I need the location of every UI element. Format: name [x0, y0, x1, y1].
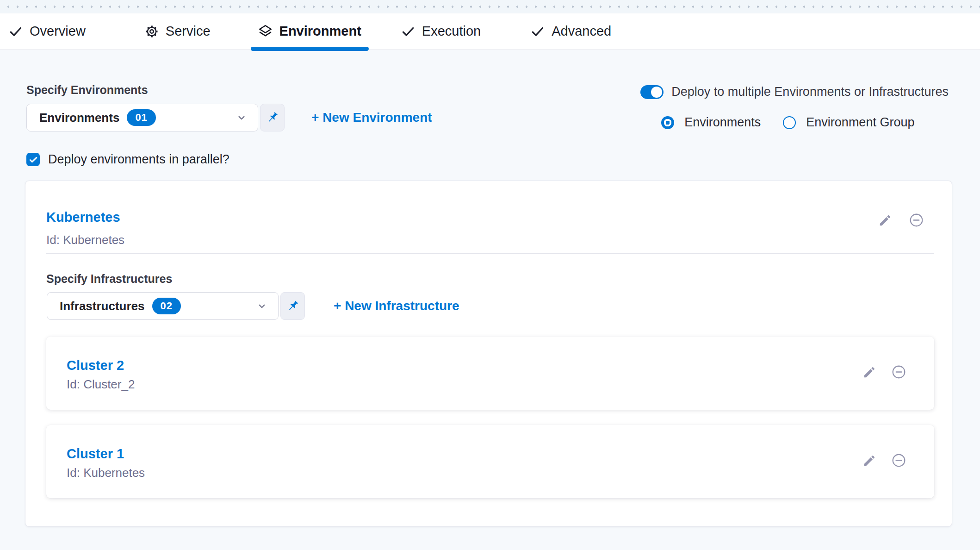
new-infrastructure-link[interactable]: + New Infrastructure — [334, 299, 459, 313]
tab-execution[interactable]: Execution — [399, 13, 483, 49]
tab-label: Service — [166, 24, 211, 39]
environments-dropdown[interactable]: Environments 01 — [26, 104, 258, 131]
edit-environment-button[interactable] — [878, 213, 892, 227]
chevron-down-icon — [236, 112, 248, 124]
new-environment-link[interactable]: + New Environment — [311, 110, 432, 125]
remove-icon — [891, 453, 906, 468]
infrastructures-dropdown[interactable]: Infrastructures 02 — [47, 292, 279, 320]
layers-icon — [258, 24, 273, 38]
environment-name-link[interactable]: Kubernetes — [46, 210, 124, 225]
radio-selected-icon — [661, 116, 674, 129]
remove-infrastructure-button[interactable] — [891, 364, 906, 380]
remove-environment-button[interactable] — [909, 212, 924, 228]
radio-environments-label: Environments — [684, 115, 761, 130]
edit-infrastructure-button[interactable] — [862, 454, 876, 468]
environment-row: Kubernetes Id: Kubernetes — [46, 210, 932, 247]
remove-icon — [891, 364, 906, 380]
check-icon — [401, 25, 415, 38]
deploy-parallel-label: Deploy environments in parallel? — [48, 152, 229, 167]
pin-infrastructures-button[interactable] — [280, 292, 305, 320]
edit-icon — [878, 213, 892, 227]
pin-environments-button[interactable] — [260, 104, 285, 131]
tab-label: Environment — [279, 24, 361, 39]
tab-overview[interactable]: Overview — [7, 13, 87, 49]
environments-count-badge: 01 — [127, 109, 155, 126]
edit-icon — [862, 454, 876, 468]
environment-tab-page: Overview Service Environment Execution A… — [0, 0, 980, 550]
remove-infrastructure-button[interactable] — [891, 453, 906, 468]
remove-icon — [909, 212, 924, 228]
tab-service[interactable]: Service — [143, 13, 212, 49]
toggle-knob — [651, 87, 662, 98]
multi-deploy-toggle-label: Deploy to multiple Environments or Infra… — [671, 85, 949, 99]
tab-label: Execution — [422, 24, 481, 39]
check-icon — [9, 25, 23, 38]
environment-tab-content: Specify Environments Environments 01 — [0, 83, 980, 527]
deploy-parallel-checkbox-row[interactable]: Deploy environments in parallel? — [26, 152, 980, 167]
deploy-parallel-checkbox[interactable] — [26, 153, 40, 166]
multi-deploy-toggle[interactable] — [640, 85, 664, 99]
gear-icon — [145, 25, 159, 38]
pipeline-canvas-dots — [0, 0, 980, 13]
card-divider — [46, 253, 934, 254]
environments-select-group: Environments 01 — [26, 104, 285, 131]
infrastructure-id: Id: Kubernetes — [67, 466, 145, 480]
tab-advanced[interactable]: Advanced — [529, 13, 613, 49]
infrastructure-card: Cluster 1 Id: Kubernetes — [46, 425, 934, 498]
infrastructure-name-link[interactable]: Cluster 1 — [67, 446, 145, 462]
radio-unselected-icon — [783, 116, 796, 129]
active-tab-underline — [251, 47, 369, 51]
tab-environment[interactable]: Environment — [256, 13, 363, 49]
pin-icon — [266, 111, 279, 125]
pin-icon — [286, 299, 300, 313]
radio-environment-group-label: Environment Group — [806, 115, 914, 130]
tab-label: Advanced — [552, 24, 611, 39]
infrastructures-select-group: Infrastructures 02 — [47, 292, 305, 320]
infrastructure-id: Id: Cluster_2 — [67, 377, 135, 392]
specify-environments-heading: Specify Environments — [26, 83, 432, 97]
tab-label: Overview — [30, 24, 86, 39]
environments-dropdown-label: Environments — [39, 111, 119, 125]
infrastructure-card: Cluster 2 Id: Cluster_2 — [46, 337, 934, 410]
environment-id: Id: Kubernetes — [46, 233, 124, 247]
radio-environment-group[interactable]: Environment Group — [783, 115, 914, 130]
stage-tabbar: Overview Service Environment Execution A… — [0, 13, 980, 50]
deploy-options-block: Deploy to multiple Environments or Infra… — [640, 85, 949, 130]
infrastructures-count-badge: 02 — [152, 298, 181, 314]
check-icon — [531, 25, 545, 38]
chevron-down-icon — [256, 300, 268, 312]
edit-icon — [862, 365, 876, 379]
specify-environments-block: Specify Environments Environments 01 — [26, 83, 432, 131]
environment-card: Kubernetes Id: Kubernetes Specify Infras… — [25, 181, 952, 527]
radio-environments[interactable]: Environments — [661, 115, 761, 130]
infrastructure-name-link[interactable]: Cluster 2 — [67, 358, 135, 373]
infrastructures-dropdown-label: Infrastructures — [60, 299, 145, 313]
check-icon — [28, 155, 38, 165]
specify-infrastructures-heading: Specify Infrastructures — [46, 272, 932, 286]
edit-infrastructure-button[interactable] — [862, 365, 876, 379]
